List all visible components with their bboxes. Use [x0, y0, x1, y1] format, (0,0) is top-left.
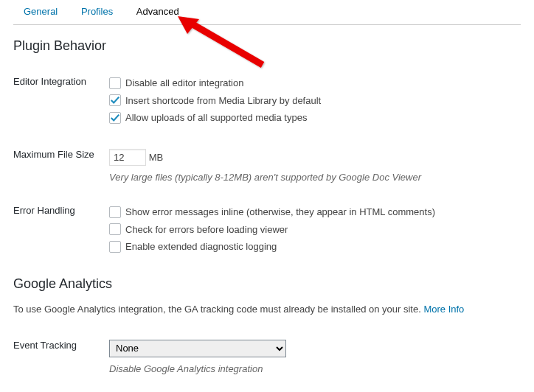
checkbox-label: Enable extended diagnostic logging	[125, 239, 277, 254]
tab-profiles[interactable]: Profiles	[71, 0, 123, 24]
checkbox-allow-uploads[interactable]	[109, 112, 121, 124]
ga-intro-text: To use Google Analytics integration, the…	[13, 304, 521, 315]
checkbox-diagnostic-logging[interactable]	[109, 241, 121, 253]
max-file-size-description: Very large files (typically 8-12MB) aren…	[109, 170, 521, 185]
max-file-size-input[interactable]	[109, 149, 146, 166]
checkbox-label: Check for errors before loading viewer	[125, 223, 288, 237]
ga-intro-span: To use Google Analytics integration, the…	[13, 304, 423, 315]
max-file-size-label: Maximum File Size	[13, 139, 109, 195]
checkbox-insert-shortcode[interactable]	[109, 94, 121, 106]
tab-advanced[interactable]: Advanced	[126, 0, 190, 24]
event-tracking-description: Disable Google Analytics integration	[109, 362, 521, 377]
checkbox-disable-editor-integration[interactable]	[109, 77, 121, 89]
checkbox-label: Disable all editor integration	[125, 76, 243, 91]
plugin-behavior-heading: Plugin Behavior	[13, 38, 521, 54]
checkbox-show-errors-inline[interactable]	[109, 206, 121, 218]
error-handling-label: Error Handling	[13, 195, 109, 267]
checkbox-check-errors[interactable]	[109, 223, 121, 235]
more-info-link[interactable]: More Info	[423, 304, 464, 315]
checkbox-label: Show error messages inline (otherwise, t…	[125, 205, 435, 220]
max-file-size-unit: MB	[149, 152, 164, 163]
event-tracking-label: Event Tracking	[13, 329, 109, 387]
editor-integration-label: Editor Integration	[13, 66, 109, 139]
tab-general[interactable]: General	[13, 0, 68, 24]
checkbox-label: Insert shortcode from Media Library by d…	[125, 94, 321, 108]
google-analytics-heading: Google Analytics	[13, 276, 521, 292]
checkbox-label: Allow uploads of all supported media typ…	[125, 111, 307, 125]
tab-bar: General Profiles Advanced	[13, 0, 521, 25]
event-tracking-select[interactable]: None	[109, 340, 286, 357]
